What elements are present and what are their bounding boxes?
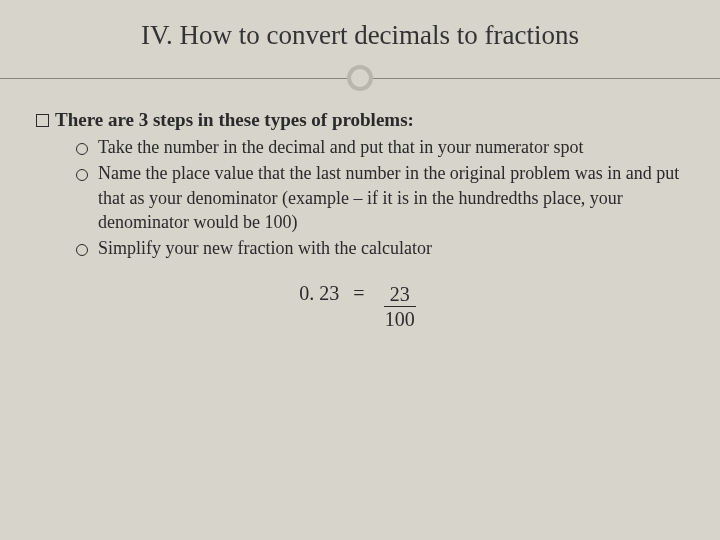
example: 0. 23 = 23 100 (36, 282, 684, 331)
example-lhs: 0. 23 (299, 282, 339, 305)
fraction-numerator: 23 (384, 282, 416, 307)
divider-circle-icon (347, 65, 373, 91)
steps-list: Take the number in the decimal and put t… (36, 135, 684, 260)
example-fraction: 23 100 (379, 282, 421, 331)
list-item: Name the place value that the last numbe… (76, 161, 684, 234)
fraction-denominator: 100 (379, 307, 421, 331)
equals-sign: = (351, 282, 366, 305)
intro-text: There are 3 steps in these types of prob… (55, 109, 414, 131)
intro-line: There are 3 steps in these types of prob… (36, 109, 684, 131)
slide: IV. How to convert decimals to fractions… (0, 0, 720, 331)
square-bullet-icon (36, 114, 49, 127)
list-item: Simplify your new fraction with the calc… (76, 236, 684, 260)
title-divider (36, 65, 684, 91)
slide-title: IV. How to convert decimals to fractions (36, 20, 684, 51)
list-item: Take the number in the decimal and put t… (76, 135, 684, 159)
example-equation: 0. 23 = 23 100 (299, 282, 420, 331)
